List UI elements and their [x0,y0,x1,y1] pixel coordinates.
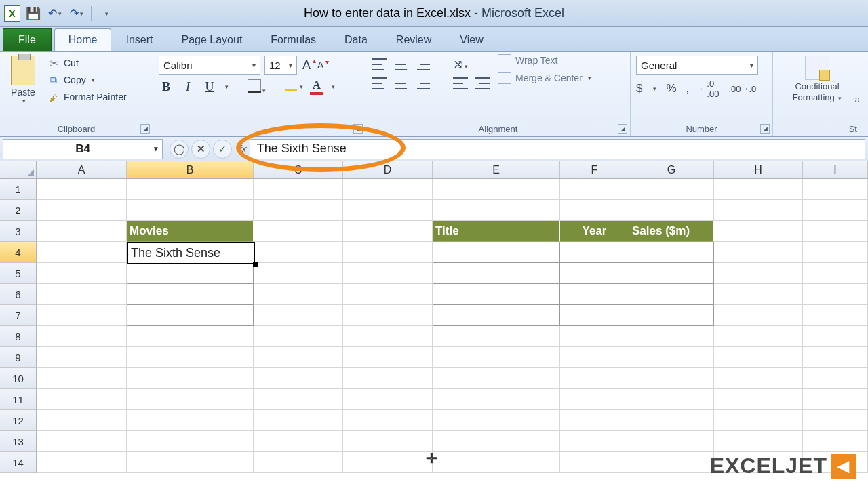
cell[interactable] [343,242,433,263]
cell[interactable] [803,410,868,431]
italic-button[interactable]: I [180,79,195,95]
shrink-font-button[interactable]: A▾ [316,60,325,70]
paste-button[interactable]: Paste ▾ [5,54,41,135]
cell[interactable] [803,326,868,347]
cancel-entry-button[interactable]: ✕ [191,140,210,159]
cell[interactable] [343,452,433,473]
select-all-corner[interactable] [0,161,37,178]
cell[interactable] [714,242,803,263]
cell[interactable] [343,431,433,452]
cell[interactable] [343,326,433,347]
row-header[interactable]: 4 [0,242,37,263]
merge-center-button[interactable]: Merge & Center ▾ [498,72,591,84]
row-header[interactable]: 3 [0,221,37,242]
cell[interactable] [254,431,343,452]
col-header-D[interactable]: D [343,161,433,178]
cell[interactable] [629,263,714,284]
cell[interactable] [254,200,343,221]
cell[interactable] [37,221,127,242]
row-header[interactable]: 2 [0,200,37,221]
dialog-launcher-icon[interactable]: ◢ [760,124,770,134]
chevron-down-icon[interactable]: ▾ [225,83,229,90]
excel-logo-icon[interactable]: X [4,5,20,22]
cell[interactable] [803,200,868,221]
cell[interactable] [803,368,868,389]
cell[interactable] [803,242,868,263]
decrease-decimal-button[interactable]: .00→.0 [728,84,756,94]
cell[interactable] [127,347,254,368]
cell-header-movies[interactable]: Movies [127,221,254,242]
cell[interactable] [803,347,868,368]
dialog-launcher-icon[interactable]: ◢ [140,124,150,134]
cell[interactable] [343,284,433,305]
col-header-E[interactable]: E [433,161,560,178]
currency-button[interactable]: $ [636,82,642,96]
cell[interactable] [254,263,343,284]
col-header-C[interactable]: C [254,161,343,178]
cell-header-year[interactable]: Year [560,221,629,242]
col-header-H[interactable]: H [714,161,803,178]
cell[interactable] [37,368,127,389]
accept-entry-button[interactable]: ✓ [213,140,232,159]
cell[interactable] [254,452,343,473]
bold-button[interactable]: B [159,79,174,95]
tab-view[interactable]: View [446,28,497,51]
number-format-combo[interactable]: General ▾ [636,56,758,75]
cell[interactable] [629,200,714,221]
col-header-F[interactable]: F [560,161,629,178]
cell[interactable] [803,284,868,305]
cell[interactable] [433,242,560,263]
dialog-launcher-icon[interactable]: ◢ [618,124,627,134]
qat-customize-button[interactable]: ▾ [97,5,115,22]
cell[interactable] [433,431,560,452]
row-header[interactable]: 12 [0,410,37,431]
cell[interactable] [560,284,629,305]
cell[interactable] [343,410,433,431]
cell[interactable] [127,305,254,326]
cell[interactable] [127,179,254,200]
cell[interactable] [343,200,433,221]
cell[interactable] [433,326,560,347]
cell[interactable] [433,284,560,305]
cell[interactable] [629,410,714,431]
fx-dropdown-button[interactable]: ◯ [170,140,189,159]
cell[interactable] [629,431,714,452]
cell[interactable] [254,284,343,305]
cell[interactable] [714,410,803,431]
cell[interactable] [629,284,714,305]
fill-color-button[interactable]: ▾ [285,82,303,92]
row-header[interactable]: 8 [0,326,37,347]
fx-icon[interactable]: fx [239,143,247,155]
cell[interactable] [127,263,254,284]
cell[interactable] [629,368,714,389]
copy-button[interactable]: ⧉ Copy ▾ [45,73,130,87]
cell[interactable] [433,410,560,431]
active-cell-editor[interactable]: The Sixth Sense [127,242,255,264]
cell[interactable] [629,305,714,326]
tab-home[interactable]: Home [54,28,112,51]
cell[interactable] [803,221,868,242]
font-color-button[interactable]: A [310,79,323,95]
cell[interactable] [714,200,803,221]
cell[interactable] [254,305,343,326]
cell[interactable] [629,452,714,473]
tab-formulas[interactable]: Formulas [256,28,330,51]
cell[interactable] [254,368,343,389]
cell[interactable] [343,368,433,389]
cell[interactable] [560,452,629,473]
cell[interactable] [803,431,868,452]
cell[interactable] [560,326,629,347]
grow-font-button[interactable]: A▴ [301,58,312,73]
cell[interactable] [629,326,714,347]
cell[interactable] [714,326,803,347]
col-header-B[interactable]: B [127,161,254,178]
row-header[interactable]: 9 [0,347,37,368]
cell[interactable] [629,347,714,368]
cell[interactable] [37,263,127,284]
cell[interactable] [433,179,560,200]
cell[interactable] [37,452,127,473]
row-header[interactable]: 1 [0,179,37,200]
cell[interactable] [343,179,433,200]
cell[interactable] [714,284,803,305]
tab-data[interactable]: Data [330,28,382,51]
